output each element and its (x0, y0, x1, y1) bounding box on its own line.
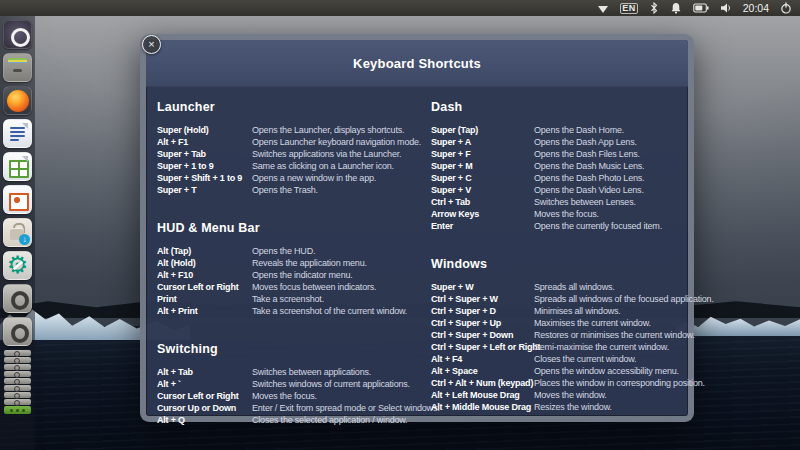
app-window-green-icon[interactable] (4, 406, 31, 414)
section-title: Launcher (157, 100, 427, 114)
shortcut-row: Alt + ` Switches windows of current appl… (157, 378, 427, 390)
section-windows: Windows Super + W Spreads all windows. C… (431, 257, 693, 413)
shortcut-desc: Places the window in corresponding posit… (534, 377, 705, 389)
shortcut-list: Alt (Tap) Opens the HUD. Alt (Hold) Reve… (157, 245, 427, 317)
shortcut-desc: Maximises the current window. (534, 317, 651, 329)
keyboard-shortcuts-dialog: × Keyboard Shortcuts Launcher Super (Hol… (140, 34, 694, 422)
unity-launcher: ↓ ⚙ (0, 16, 35, 450)
shortcuts-column-left: Launcher Super (Hold) Opens the Launcher… (157, 100, 427, 450)
shortcut-row: Ctrl + Super + Down Restores or minimise… (431, 329, 693, 341)
libreoffice-writer-icon[interactable] (3, 119, 32, 148)
shortcut-row: Super + M Opens the Dash Music Lens. (431, 160, 693, 172)
shortcut-desc: Opens the Dash Files Lens. (534, 148, 640, 160)
ubuntu-logo-icon (11, 28, 30, 47)
bluetooth-icon[interactable] (649, 2, 659, 14)
shortcut-key: Arrow Keys (431, 208, 534, 220)
libreoffice-impress-icon[interactable] (3, 185, 32, 214)
shortcut-key: Super + Shift + 1 to 9 (157, 172, 252, 184)
shortcut-row: Cursor Up or Down Enter / Exit from spre… (157, 402, 427, 414)
section-title: Switching (157, 342, 427, 356)
shortcut-key: Alt + ` (157, 378, 252, 390)
close-button[interactable]: × (142, 35, 161, 54)
shortcut-key: Alt + Middle Mouse Drag (431, 401, 534, 413)
clock[interactable]: 20:04 (743, 2, 769, 14)
shortcut-list: Super + W Spreads all windows. Ctrl + Su… (431, 281, 693, 413)
shortcut-row: Super (Hold) Opens the Launcher, display… (157, 124, 427, 136)
shortcut-desc: Opens the Trash. (252, 184, 318, 196)
shortcut-row: Ctrl + Tab Switches between Lenses. (431, 196, 693, 208)
system-settings-icon[interactable]: ⚙ (3, 251, 32, 280)
shortcut-desc: Opens the window accessibility menu. (534, 365, 679, 377)
shortcut-key: Alt + Space (431, 365, 534, 377)
shortcut-key: Alt + F10 (157, 269, 252, 281)
shortcut-desc: Restores or minimises the current window… (534, 329, 695, 341)
shortcut-row: Super + Shift + 1 to 9 Opens a new windo… (157, 172, 427, 184)
files-slot (13, 69, 22, 72)
shortcut-key: Ctrl + Super + Down (431, 329, 534, 341)
shortcut-row: Alt + Tab Switches between applications. (157, 366, 427, 378)
shortcut-desc: Closes the selected application / window… (252, 414, 407, 426)
dash-home-icon[interactable] (3, 20, 32, 49)
shortcut-row: Super + V Opens the Dash Video Lens. (431, 184, 693, 196)
impress-dot (14, 197, 20, 203)
shortcut-row: Ctrl + Super + Up Maximises the current … (431, 317, 693, 329)
stacked-app-windows[interactable] (3, 350, 32, 414)
shortcut-row: Alt + Print Take a screenshot of the cur… (157, 305, 427, 317)
doc-fold (22, 156, 28, 162)
app-window-icon[interactable] (3, 317, 32, 346)
shortcut-desc: Opens the Dash Video Lens. (534, 184, 644, 196)
shortcut-row: Ctrl + Alt + Num (keypad) Places the win… (431, 377, 693, 389)
keyboard-layout-indicator[interactable]: EN (620, 3, 638, 14)
shortcut-key: Super + M (431, 160, 534, 172)
app-window-icon[interactable] (3, 284, 32, 313)
dialog-body: Launcher Super (Hold) Opens the Launcher… (146, 87, 688, 450)
file-manager-icon[interactable] (3, 53, 32, 82)
shortcut-desc: Take a screenshot. (252, 293, 324, 305)
battery-icon[interactable] (693, 3, 709, 13)
shortcut-key: Cursor Left or Right (157, 281, 252, 293)
shortcut-list: Super (Tap) Opens the Dash Home. Super +… (431, 124, 693, 232)
shortcut-desc: Switches windows of current applications… (252, 378, 410, 390)
section-title: Dash (431, 100, 693, 114)
firefox-globe (7, 90, 29, 112)
shortcut-desc: Reveals the application menu. (252, 257, 367, 269)
shortcut-desc: Opens a new window in the app. (252, 172, 376, 184)
section-switching: Switching Alt + Tab Switches between app… (157, 342, 427, 426)
shortcut-key: Ctrl + Super + W (431, 293, 534, 305)
libreoffice-calc-icon[interactable] (3, 152, 32, 181)
shortcut-key: Super + T (157, 184, 252, 196)
shortcut-row: Super + 1 to 9 Same as clicking on a Lau… (157, 160, 427, 172)
shortcut-desc: Resizes the window. (534, 401, 612, 413)
top-panel: EN 20:04 (0, 0, 800, 16)
software-center-icon[interactable]: ↓ (3, 218, 32, 247)
network-icon[interactable] (597, 3, 609, 14)
shortcut-key: Ctrl + Super + Up (431, 317, 534, 329)
lens-ring (11, 324, 29, 343)
shortcut-desc: Opens the indicator menu. (252, 269, 353, 281)
power-icon[interactable] (780, 2, 792, 14)
shortcut-key: Ctrl + Super + Left or Right (431, 341, 534, 353)
dialog-title: Keyboard Shortcuts (353, 56, 481, 71)
firefox-icon[interactable] (3, 86, 32, 115)
shortcut-row: Super + F Opens the Dash Files Lens. (431, 148, 693, 160)
shortcut-key: Alt + F4 (431, 353, 534, 365)
calc-grid (9, 160, 29, 178)
shortcut-row: Alt + Q Closes the selected application … (157, 414, 427, 426)
shortcut-desc: Opens the HUD. (252, 245, 315, 257)
shortcut-desc: Switches between Lenses. (534, 196, 636, 208)
shortcut-desc: Opens the currently focused item. (534, 220, 662, 232)
shortcut-desc: Spreads all windows. (534, 281, 615, 293)
shortcut-key: Super + Tab (157, 148, 252, 160)
files-stripes (8, 58, 27, 63)
shortcut-desc: Moves focus between indicators. (252, 281, 376, 293)
shortcut-row: Enter Opens the currently focused item. (431, 220, 693, 232)
shortcut-row: Super + T Opens the Trash. (157, 184, 427, 196)
shortcut-row: Cursor Left or Right Moves the focus. (157, 390, 427, 402)
shortcut-key: Super (Hold) (157, 124, 252, 136)
volume-icon[interactable] (720, 2, 732, 14)
shortcut-desc: Spreads all windows of the focused appli… (534, 293, 714, 305)
shortcut-key: Super + W (431, 281, 534, 293)
notifications-bell-icon[interactable] (670, 2, 682, 14)
shortcuts-column-right: Dash Super (Tap) Opens the Dash Home. Su… (431, 100, 693, 450)
shortcut-desc: Moves the focus. (252, 390, 317, 402)
